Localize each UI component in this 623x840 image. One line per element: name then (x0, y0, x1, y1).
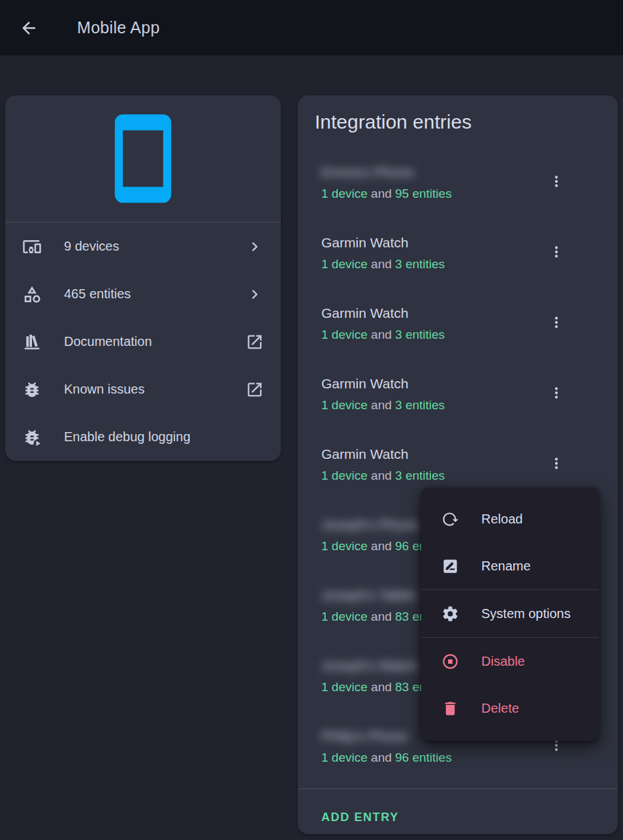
entry-device-count[interactable]: 1 device (321, 751, 368, 764)
entry-device-count[interactable]: 1 device (321, 610, 368, 623)
entry-device-count[interactable]: 1 device (321, 187, 368, 200)
integration-icon-area (5, 95, 281, 223)
entry-name: Joseph's Watch (321, 658, 417, 674)
entities-row[interactable]: 465 entities (5, 270, 281, 318)
menu-item-delete[interactable]: Delete (421, 685, 599, 732)
dots-vertical-icon (548, 455, 565, 472)
cellphone-icon (95, 110, 191, 207)
entry-name: Joseph's Tablet (321, 587, 415, 603)
entry-entity-count[interactable]: 3 entities (395, 469, 445, 482)
menu-item-label: Delete (481, 701, 519, 716)
entry-menu-button[interactable] (542, 167, 571, 196)
dots-vertical-icon (548, 173, 565, 190)
dots-vertical-icon (548, 314, 565, 331)
entry-entity-count[interactable]: 3 entities (395, 257, 445, 271)
open-in-new-icon (246, 381, 264, 399)
entry-entity-count[interactable]: 96 entities (395, 751, 452, 764)
menu-item-disable[interactable]: Disable (421, 638, 599, 685)
entry-row[interactable]: Garmin Watch 1 device and 3 entities (321, 234, 594, 299)
add-entry-button[interactable]: ADD ENTRY (321, 803, 399, 832)
entry-subtitle: 1 device and 95 entities (321, 187, 452, 201)
known-issues-row-label: Known issues (64, 382, 246, 397)
entries-card-title: Integration entries (315, 111, 471, 133)
entry-menu-button[interactable] (542, 238, 571, 266)
integration-info-card: 9 devices 465 entities Documentation Kno… (5, 95, 281, 461)
entry-name: Joseph's Phone (321, 517, 419, 533)
devices-row-label: 9 devices (64, 239, 246, 254)
entry-name: Garmin Watch (321, 305, 408, 321)
entry-device-count[interactable]: 1 device (321, 469, 368, 482)
dots-vertical-icon (548, 243, 565, 260)
entry-menu-button[interactable] (542, 308, 571, 337)
known-issues-row[interactable]: Known issues (5, 366, 281, 413)
bug-icon (22, 380, 42, 399)
arrow-left-icon (19, 18, 39, 38)
back-button[interactable] (14, 14, 43, 42)
chevron-right-icon (246, 285, 264, 303)
entry-menu-button[interactable] (542, 379, 571, 407)
page-title: Mobile App (77, 18, 160, 37)
entry-subtitle: 1 device and 96 entities (321, 751, 452, 765)
entry-row[interactable]: Emma's Phone 1 device and 95 entities (321, 163, 594, 228)
entry-name: Emma's Phone (321, 164, 414, 180)
menu-item-label: Rename (481, 559, 531, 574)
debug-logging-row-label: Enable debug logging (64, 429, 264, 444)
open-in-new-icon (246, 333, 264, 351)
rename-icon (441, 557, 459, 575)
stop-circle-icon (441, 653, 459, 670)
shapes-icon (22, 285, 42, 304)
entry-name: Garmin Watch (321, 446, 408, 462)
documentation-row[interactable]: Documentation (5, 318, 281, 366)
entry-device-count[interactable]: 1 device (321, 328, 368, 341)
cog-icon (441, 605, 459, 623)
entry-subtitle: 1 device and 3 entities (321, 469, 445, 483)
entry-name: Garmin Watch (321, 376, 408, 392)
menu-item-rename[interactable]: Rename (421, 542, 599, 589)
entry-context-menu: Reload Rename System options Disable Del… (421, 488, 599, 741)
entities-row-label: 465 entities (64, 287, 246, 302)
entry-entity-count[interactable]: 3 entities (395, 398, 445, 412)
entry-name: Philip's Phone (321, 728, 407, 744)
reload-icon (441, 510, 459, 528)
card-footer-divider (298, 788, 618, 789)
devices-row[interactable]: 9 devices (5, 223, 281, 270)
entry-device-count[interactable]: 1 device (321, 257, 368, 271)
menu-item-reload[interactable]: Reload (421, 495, 599, 542)
entry-subtitle: 1 device and 3 entities (321, 328, 445, 342)
entry-row[interactable]: Garmin Watch 1 device and 3 entities (321, 375, 594, 440)
menu-item-label: Reload (481, 512, 522, 527)
delete-icon (441, 700, 459, 717)
entry-subtitle: 1 device and 3 entities (321, 398, 445, 412)
devices-icon (22, 237, 42, 257)
documentation-row-label: Documentation (64, 334, 246, 349)
entry-menu-button[interactable] (542, 449, 571, 478)
dots-vertical-icon (548, 384, 565, 401)
entry-device-count[interactable]: 1 device (321, 539, 368, 553)
entry-name: Garmin Watch (321, 235, 408, 251)
entry-row[interactable]: Garmin Watch 1 device and 3 entities (321, 304, 594, 369)
chevron-right-icon (246, 238, 264, 256)
menu-item-label: Disable (481, 654, 525, 669)
app-header: Mobile App (0, 0, 623, 55)
bug-play-icon (22, 428, 42, 447)
bookshelf-icon (22, 332, 42, 352)
entry-entity-count[interactable]: 95 entities (395, 187, 452, 200)
entry-subtitle: 1 device and 3 entities (321, 257, 445, 272)
menu-item-label: System options (481, 606, 571, 621)
entry-device-count[interactable]: 1 device (321, 398, 368, 412)
debug-logging-row[interactable]: Enable debug logging (5, 413, 281, 461)
entry-entity-count[interactable]: 3 entities (395, 328, 445, 341)
menu-item-system-options[interactable]: System options (421, 590, 599, 637)
entry-device-count[interactable]: 1 device (321, 680, 368, 694)
